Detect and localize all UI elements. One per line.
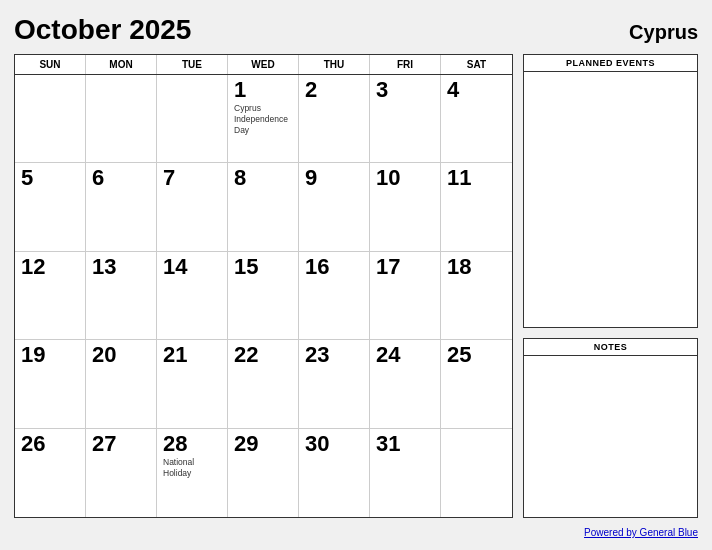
day-number: 16: [305, 256, 363, 278]
day-number: 10: [376, 167, 434, 189]
calendar-cell: 28National Holiday: [157, 429, 228, 517]
calendar-cell: 26: [15, 429, 86, 517]
day-headers: SUNMONTUEWEDTHUFRISAT: [15, 55, 512, 75]
day-number: 18: [447, 256, 506, 278]
calendar-cell: 6: [86, 163, 157, 251]
notes-box: NOTES: [523, 338, 698, 518]
page: October 2025 Cyprus SUNMONTUEWEDTHUFRISA…: [0, 0, 712, 550]
day-number: 29: [234, 433, 292, 455]
calendar-cell: [441, 429, 512, 517]
calendar-cell: 14: [157, 252, 228, 340]
calendar-grid: 1Cyprus Independence Day2345678910111213…: [15, 75, 512, 517]
calendar-cell: 21: [157, 340, 228, 428]
calendar-cell: 15: [228, 252, 299, 340]
calendar-cell: [157, 75, 228, 163]
planned-events-content: [524, 72, 697, 327]
calendar-cell: 30: [299, 429, 370, 517]
day-number: 7: [163, 167, 221, 189]
event-text: Cyprus Independence Day: [234, 103, 292, 136]
month-title: October 2025: [14, 14, 191, 46]
day-number: 8: [234, 167, 292, 189]
calendar-cell: 3: [370, 75, 441, 163]
day-header: TUE: [157, 55, 228, 74]
powered-by-link[interactable]: Powered by General Blue: [584, 527, 698, 538]
day-header: WED: [228, 55, 299, 74]
calendar-cell: 13: [86, 252, 157, 340]
calendar-cell: 12: [15, 252, 86, 340]
planned-events-box: PLANNED EVENTS: [523, 54, 698, 328]
day-number: 15: [234, 256, 292, 278]
calendar-cell: 19: [15, 340, 86, 428]
day-number: 14: [163, 256, 221, 278]
calendar-cell: 24: [370, 340, 441, 428]
calendar-cell: [86, 75, 157, 163]
calendar-cell: 10: [370, 163, 441, 251]
day-number: 21: [163, 344, 221, 366]
day-number: 22: [234, 344, 292, 366]
day-number: 28: [163, 433, 221, 455]
day-number: 2: [305, 79, 363, 101]
planned-events-title: PLANNED EVENTS: [524, 55, 697, 72]
day-number: 20: [92, 344, 150, 366]
day-number: 3: [376, 79, 434, 101]
day-number: 25: [447, 344, 506, 366]
calendar-cell: 29: [228, 429, 299, 517]
calendar-cell: 31: [370, 429, 441, 517]
calendar-cell: 2: [299, 75, 370, 163]
day-number: 9: [305, 167, 363, 189]
calendar-cell: 22: [228, 340, 299, 428]
country-title: Cyprus: [629, 21, 698, 44]
day-number: 31: [376, 433, 434, 455]
day-number: 24: [376, 344, 434, 366]
day-header: FRI: [370, 55, 441, 74]
day-number: 19: [21, 344, 79, 366]
calendar-cell: 7: [157, 163, 228, 251]
notes-content: [524, 356, 697, 517]
calendar-cell: 1Cyprus Independence Day: [228, 75, 299, 163]
header: October 2025 Cyprus: [14, 14, 698, 46]
day-number: 12: [21, 256, 79, 278]
calendar-cell: 5: [15, 163, 86, 251]
day-number: 30: [305, 433, 363, 455]
calendar-cell: 9: [299, 163, 370, 251]
day-header: SUN: [15, 55, 86, 74]
calendar-cell: 25: [441, 340, 512, 428]
calendar-cell: [15, 75, 86, 163]
day-number: 23: [305, 344, 363, 366]
footer: Powered by General Blue: [14, 522, 698, 540]
day-number: 6: [92, 167, 150, 189]
calendar-cell: 18: [441, 252, 512, 340]
calendar-cell: 4: [441, 75, 512, 163]
day-number: 17: [376, 256, 434, 278]
calendar-cell: 27: [86, 429, 157, 517]
calendar-cell: 20: [86, 340, 157, 428]
calendar-cell: 11: [441, 163, 512, 251]
calendar-cell: 8: [228, 163, 299, 251]
day-number: 26: [21, 433, 79, 455]
day-header: THU: [299, 55, 370, 74]
calendar-section: SUNMONTUEWEDTHUFRISAT 1Cyprus Independen…: [14, 54, 513, 518]
day-number: 13: [92, 256, 150, 278]
notes-title: NOTES: [524, 339, 697, 356]
main-content: SUNMONTUEWEDTHUFRISAT 1Cyprus Independen…: [14, 54, 698, 518]
sidebar: PLANNED EVENTS NOTES: [523, 54, 698, 518]
calendar-cell: 23: [299, 340, 370, 428]
day-number: 5: [21, 167, 79, 189]
day-number: 1: [234, 79, 292, 101]
day-number: 11: [447, 167, 506, 189]
calendar-cell: 16: [299, 252, 370, 340]
day-number: 27: [92, 433, 150, 455]
event-text: National Holiday: [163, 457, 221, 479]
day-header: SAT: [441, 55, 512, 74]
day-header: MON: [86, 55, 157, 74]
calendar-cell: 17: [370, 252, 441, 340]
day-number: 4: [447, 79, 506, 101]
